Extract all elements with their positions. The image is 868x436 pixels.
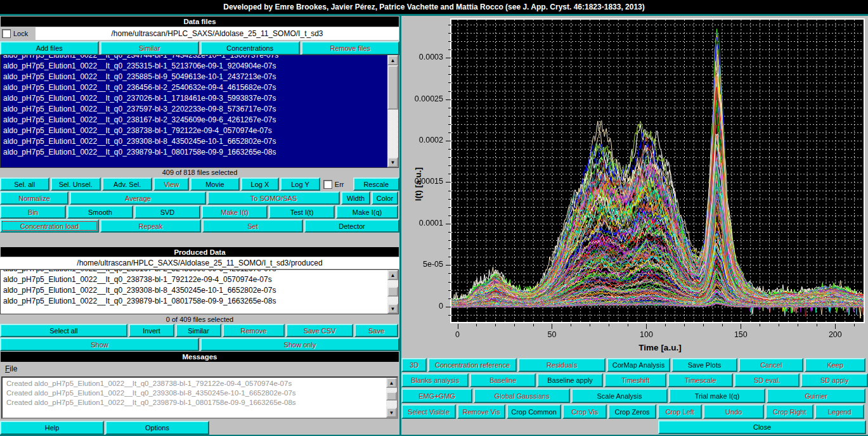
file-list-item[interactable]: aldo_pH7p5_Elution1_0022__It_q0_235885-b…: [1, 72, 387, 82]
produced-list-item[interactable]: aldo_pH7p5_Elution1_0022__It_q0_238167-b…: [1, 269, 387, 274]
scroll-up-icon[interactable]: ▲: [386, 378, 397, 388]
cancel-button[interactable]: Cancel: [739, 358, 803, 372]
trial-make-iq-button[interactable]: Trial make I(q): [669, 388, 765, 403]
select-all-button[interactable]: Select all: [0, 324, 127, 337]
scroll-down-icon[interactable]: ▼: [386, 407, 397, 418]
scrollbar-thumb[interactable]: [387, 65, 398, 110]
close-button[interactable]: Close: [658, 420, 866, 434]
file-list-item[interactable]: aldo_pH7p5_Elution1_0022__It_q0_235315-b…: [1, 61, 387, 72]
message-line[interactable]: Created aldo_pH7p5_Elution1_0022__It_q0_…: [4, 388, 386, 398]
select-visible-button[interactable]: Select Visible: [401, 404, 456, 419]
crop-left-button[interactable]: Crop Left: [657, 404, 702, 419]
add-files-button[interactable]: Add files: [0, 41, 99, 55]
baseline-apply-button[interactable]: Baseline apply: [537, 373, 603, 387]
set-button[interactable]: Set: [202, 219, 303, 233]
file-list-item[interactable]: aldo_pH7p5_Elution1_0022__It_q0_239308-b…: [1, 136, 387, 147]
show-button[interactable]: Show: [0, 338, 199, 351]
produced-list[interactable]: aldo_pH7p5_Elution1_0022__It_q0_238167-b…: [0, 269, 399, 314]
concentration-reference-button[interactable]: Concentration reference: [428, 358, 517, 372]
baseline-button[interactable]: Baseline: [470, 373, 536, 387]
lock-checkbox-row[interactable]: Lock: [0, 27, 35, 40]
sd-eval-button[interactable]: SD eval.: [734, 373, 800, 387]
normalize-button[interactable]: Normalize: [0, 191, 68, 205]
err-checkbox-row[interactable]: Err: [321, 177, 352, 191]
make-iq-button[interactable]: Make I(q): [336, 205, 398, 219]
guinier-button[interactable]: Guinier: [767, 388, 865, 403]
concentrations-button[interactable]: Concentrations: [200, 41, 300, 55]
3d-button[interactable]: 3D: [401, 358, 427, 372]
detector-button[interactable]: Detector: [304, 219, 399, 233]
message-line[interactable]: Created aldo_pH7p5_Elution1_0022__It_q0_…: [4, 379, 386, 388]
bin-button[interactable]: Bin: [0, 205, 66, 219]
crop-zeros-button[interactable]: Crop Zeros: [608, 404, 656, 419]
scroll-up-icon[interactable]: ▲: [387, 270, 398, 280]
average-button[interactable]: Average: [70, 191, 206, 205]
concentration-load-button[interactable]: Concentration load: [0, 219, 99, 233]
crop-common-button[interactable]: Crop Common: [507, 404, 561, 419]
undo-button[interactable]: Undo: [703, 404, 764, 419]
file-list-item[interactable]: aldo_pH7p5_Elution1_0022__It_q0_238738-b…: [1, 125, 387, 136]
view-button[interactable]: View: [153, 177, 189, 191]
produced-similar-button[interactable]: Similar: [176, 324, 221, 337]
repeak-button[interactable]: Repeak: [100, 219, 201, 233]
blanks-analysis-button[interactable]: Blanks analysis: [401, 373, 469, 387]
scroll-down-icon[interactable]: ▼: [387, 157, 398, 167]
help-button[interactable]: Help: [0, 421, 104, 435]
scrollbar-trough[interactable]: [386, 388, 397, 407]
save-csv-button[interactable]: Save CSV: [286, 324, 353, 337]
smooth-button[interactable]: Smooth: [67, 205, 133, 219]
test-it-button[interactable]: Test I(t): [269, 205, 335, 219]
to-somo-sas-button[interactable]: To SOMO/SAS: [207, 191, 340, 205]
produced-list-item[interactable]: aldo_pH7p5_Elution1_0022__It_q0_239879-b…: [1, 296, 387, 307]
save-plots-button[interactable]: Save Plots: [671, 358, 737, 372]
file-list-item[interactable]: aldo_pH7p5_Elution1_0022__It_q0_237026-b…: [1, 93, 387, 104]
sd-apply-button[interactable]: SD apply: [801, 373, 868, 387]
file-menu[interactable]: File: [5, 364, 17, 375]
scrollbar-trough[interactable]: [387, 280, 398, 304]
crop-vis-button[interactable]: Crop Vis: [562, 404, 607, 419]
global-gaussians-button[interactable]: Global Gaussians: [474, 388, 570, 403]
save-button[interactable]: Save: [354, 324, 398, 337]
residuals-button[interactable]: Residuals: [518, 358, 606, 372]
produced-scrollbar[interactable]: ▲ ▼: [387, 270, 398, 314]
timeshift-button[interactable]: Timeshift: [604, 373, 666, 387]
file-list-scrollbar[interactable]: ▲ ▼: [387, 55, 398, 167]
chromatogram-plot-canvas[interactable]: [450, 18, 865, 323]
legend-button[interactable]: Legend: [815, 404, 864, 419]
similar-button[interactable]: Similar: [100, 41, 200, 55]
width-button[interactable]: Width: [341, 191, 370, 205]
scrollbar-trough[interactable]: [387, 65, 398, 157]
keep-button[interactable]: Keep: [805, 358, 865, 372]
emg-gmg-button[interactable]: EMG+GMG: [401, 388, 472, 403]
file-list-item[interactable]: aldo_pH7p5_Elution1_0022__It_q0_237597-b…: [1, 104, 387, 115]
color-button[interactable]: Color: [372, 191, 398, 205]
log-y-button[interactable]: Log Y: [280, 177, 320, 191]
messages-scrollbar[interactable]: ▲ ▼: [386, 378, 397, 418]
svd-button[interactable]: SVD: [134, 205, 200, 219]
scrollbar-thumb[interactable]: [386, 392, 397, 401]
data-files-list[interactable]: aldo_pH7p5_Elution1_0022__It_q0_234744-b…: [0, 54, 399, 168]
log-x-button[interactable]: Log X: [241, 177, 280, 191]
scroll-up-icon[interactable]: ▲: [387, 55, 398, 65]
scroll-down-icon[interactable]: ▼: [387, 304, 398, 314]
crop-right-button[interactable]: Crop Right: [765, 404, 813, 419]
produced-list-item[interactable]: aldo_pH7p5_Elution1_0022__It_q0_239308-b…: [1, 285, 387, 296]
movie-button[interactable]: Movie: [190, 177, 240, 191]
scrollbar-thumb[interactable]: [387, 286, 398, 297]
produced-list-item[interactable]: aldo_pH7p5_Elution1_0022__It_q0_238738-b…: [1, 274, 387, 285]
file-list-item[interactable]: aldo_pH7p5_Elution1_0022__It_q0_236456-b…: [1, 82, 387, 93]
message-line[interactable]: Created aldo_pH7p5_Elution1_0022__It_q0_…: [4, 398, 386, 407]
err-checkbox[interactable]: [323, 180, 332, 189]
options-button[interactable]: Options: [105, 421, 209, 435]
file-list-item[interactable]: aldo_pH7p5_Elution1_0022__It_q0_239879-b…: [1, 147, 387, 158]
sel-unsel-button[interactable]: Sel. Unsel.: [51, 177, 101, 191]
rescale-button[interactable]: Rescale: [353, 177, 400, 191]
invert-button[interactable]: Invert: [129, 324, 174, 337]
adv-sel-button[interactable]: Adv. Sel.: [102, 177, 152, 191]
show-only-button[interactable]: Show only: [200, 338, 399, 351]
remove-files-button[interactable]: Remove files: [301, 41, 400, 55]
file-list-item[interactable]: aldo_pH7p5_Elution1_0022__It_q0_238167-b…: [1, 115, 387, 125]
sel-all-button[interactable]: Sel. all: [0, 177, 49, 191]
timescale-button[interactable]: Timescale: [668, 373, 733, 387]
file-list-item[interactable]: aldo_pH7p5_Elution1_0022__It_q0_234744-b…: [1, 54, 387, 61]
